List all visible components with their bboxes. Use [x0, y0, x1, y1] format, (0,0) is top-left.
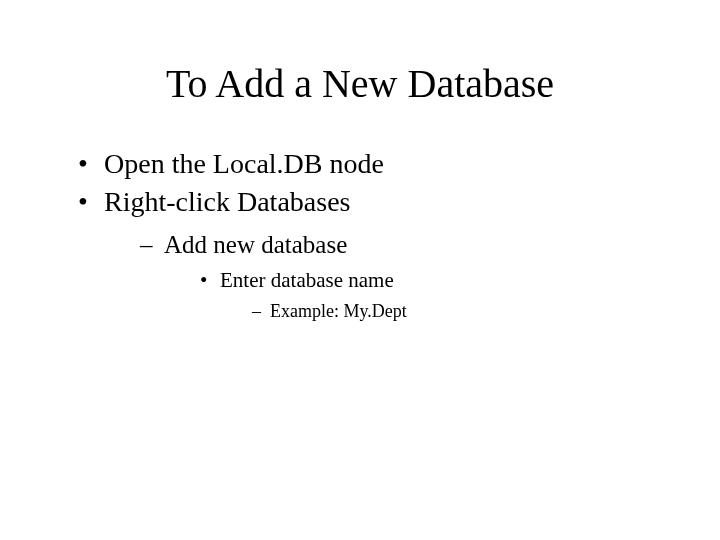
list-item-text: Add new database [164, 231, 347, 258]
list-item: Example: My.Dept [252, 299, 660, 324]
bullet-list-level1: Open the Local.DB node Right-click Datab… [60, 145, 660, 324]
slide-title: To Add a New Database [60, 60, 660, 107]
bullet-list-level4: Example: My.Dept [220, 299, 660, 324]
bullet-list-level2: Add new database Enter database name Exa… [104, 227, 660, 325]
list-item-text: Right-click Databases [104, 186, 350, 217]
list-item: Open the Local.DB node [78, 145, 660, 183]
list-item-text: Open the Local.DB node [104, 148, 384, 179]
list-item-text: Example: My.Dept [270, 301, 407, 321]
list-item: Enter database name Example: My.Dept [200, 266, 660, 325]
bullet-list-level3: Enter database name Example: My.Dept [164, 266, 660, 325]
list-item: Add new database Enter database name Exa… [140, 227, 660, 325]
list-item-text: Enter database name [220, 268, 394, 292]
list-item: Right-click Databases Add new database E… [78, 183, 660, 324]
